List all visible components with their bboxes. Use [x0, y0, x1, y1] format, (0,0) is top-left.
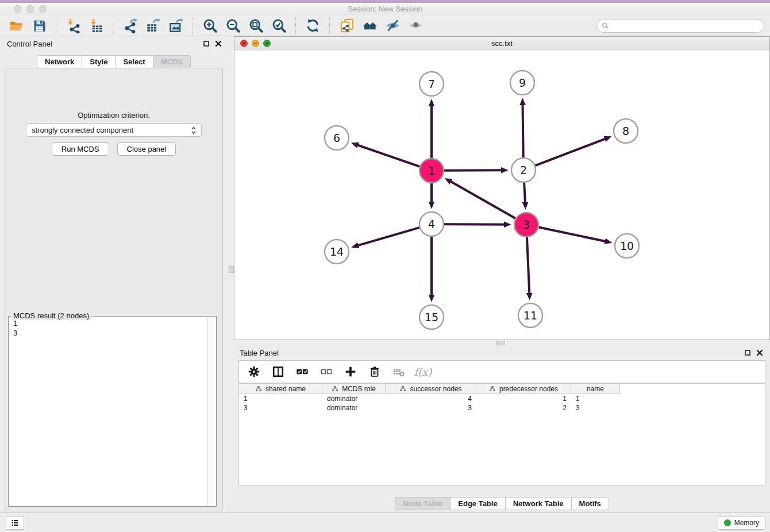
horizontal-splitter[interactable] [234, 340, 770, 345]
graph-node-9[interactable]: 9 [510, 71, 534, 95]
network-maximize-button[interactable]: + [263, 40, 271, 47]
search-input[interactable] [610, 20, 764, 32]
tab-network[interactable]: Network [37, 55, 82, 68]
graph-edge-4-14 [357, 228, 419, 246]
mcds-result-list: 13 [13, 318, 207, 338]
optimization-criterion-select[interactable]: strongly connected component [26, 124, 202, 137]
import-table-button[interactable] [87, 17, 105, 34]
zoom-selected-icon [271, 18, 287, 33]
svg-text:1: 1 [428, 164, 435, 177]
splitter-grip[interactable] [496, 341, 505, 345]
column-header-name[interactable]: name [571, 384, 620, 394]
graph-node-4[interactable]: 4 [419, 212, 444, 236]
zoom-fit-button[interactable] [247, 17, 265, 34]
zoom-selected-button[interactable] [270, 17, 288, 34]
copy-network-button[interactable] [337, 17, 356, 34]
network-view-window: × − + scc.txt 7968124314101511 [234, 36, 770, 340]
column-header-shared-name[interactable]: shared name [239, 384, 322, 394]
close-panel-button[interactable]: Close panel [117, 142, 176, 156]
export-network-button[interactable] [121, 17, 139, 34]
table-row[interactable]: 1dominator411 [239, 394, 765, 403]
node-table: shared nameMCDS rolesuccessor nodesprede… [238, 383, 765, 485]
export-image-button[interactable] [167, 17, 185, 34]
graph-node-11[interactable]: 11 [518, 303, 542, 327]
column-header-label: MCDS role [342, 385, 376, 393]
table-cell: 3 [239, 404, 322, 412]
zoom-in-icon [202, 18, 218, 33]
column-header-MCDS-role[interactable]: MCDS role [322, 384, 386, 394]
deselect-all-button[interactable] [318, 364, 334, 380]
zoom-out-icon [225, 18, 241, 33]
table-cell: 1 [239, 395, 322, 403]
memory-button[interactable]: Memory [718, 516, 765, 530]
mcds-panel-body: Optimization criterion: strongly connect… [5, 68, 223, 511]
table-cell: dominator [322, 404, 386, 412]
columns-button[interactable] [270, 364, 286, 380]
refresh-button[interactable] [303, 17, 322, 34]
save-session-button[interactable] [30, 17, 48, 34]
table-row[interactable]: 3dominator323 [239, 403, 765, 413]
network-window-title: scc.txt [234, 37, 769, 51]
close-panel-icon[interactable] [215, 40, 222, 47]
column-header-successor-nodes[interactable]: successor nodes [386, 384, 476, 394]
float-panel-icon[interactable] [203, 40, 210, 47]
eye-icon [408, 18, 424, 33]
graph-node-1[interactable]: 1 [419, 159, 444, 183]
tab-edge-table[interactable]: Edge Table [450, 497, 505, 510]
result-scrollbar[interactable] [207, 317, 215, 506]
tab-node-table[interactable]: Node Table [395, 497, 451, 510]
import-network-button[interactable] [64, 17, 82, 34]
list-icon [10, 518, 20, 527]
close-panel-icon[interactable] [756, 349, 763, 356]
save-session-icon [32, 18, 47, 33]
vertical-splitter[interactable] [228, 36, 234, 513]
svg-text:14: 14 [330, 245, 344, 258]
task-history-button[interactable] [6, 516, 24, 530]
minimize-window-button[interactable] [26, 5, 34, 13]
close-window-button[interactable] [14, 5, 21, 13]
zoom-window-button[interactable] [39, 5, 47, 13]
export-network-icon [122, 18, 138, 33]
graph-node-15[interactable]: 15 [419, 305, 444, 329]
add-row-button[interactable] [342, 364, 359, 380]
graph-node-14[interactable]: 14 [325, 240, 349, 264]
run-mcds-button[interactable]: Run MCDS [52, 142, 109, 156]
zoom-in-button[interactable] [201, 17, 219, 34]
graph-node-8[interactable]: 8 [614, 119, 638, 143]
graph-node-3[interactable]: 3 [514, 213, 538, 237]
settings-button[interactable] [246, 364, 262, 380]
delete-row-button[interactable] [367, 364, 383, 380]
graph-node-6[interactable]: 6 [325, 126, 349, 150]
zoom-out-button[interactable] [224, 17, 242, 34]
eye-button[interactable] [406, 17, 425, 34]
tab-network-table[interactable]: Network Table [505, 497, 572, 510]
graph-node-10[interactable]: 10 [615, 234, 639, 258]
export-table-button[interactable] [144, 17, 162, 34]
network-canvas[interactable]: 7968124314101511 [234, 51, 769, 340]
tab-style[interactable]: Style [82, 55, 116, 68]
hierarchy-icon [399, 385, 406, 392]
open-session-button[interactable] [7, 17, 25, 34]
float-panel-icon[interactable] [744, 349, 751, 356]
hierarchy-icon [255, 385, 262, 392]
home-icon [362, 18, 378, 33]
table-cell: 3 [386, 404, 476, 412]
graph-node-7[interactable]: 7 [419, 72, 444, 96]
home-button[interactable] [360, 17, 379, 34]
network-close-button[interactable]: × [240, 40, 248, 47]
tab-mcds[interactable]: MCDS [153, 55, 191, 68]
svg-text:8: 8 [622, 125, 629, 137]
window-titlebar: Session: New Session [0, 3, 770, 16]
network-minimize-button[interactable]: − [252, 40, 259, 47]
column-header-predecessor-nodes[interactable]: predecessor nodes [476, 384, 571, 394]
table-header-row: shared nameMCDS rolesuccessor nodesprede… [239, 384, 765, 394]
select-all-button[interactable] [294, 364, 310, 380]
svg-text:7: 7 [428, 78, 435, 90]
tab-motifs[interactable]: Motifs [571, 497, 609, 510]
settings-icon [248, 365, 260, 378]
table-cell: 2 [476, 404, 571, 412]
tab-select[interactable]: Select [115, 55, 153, 68]
eye-slash-button[interactable] [383, 17, 402, 34]
splitter-grip[interactable] [229, 266, 234, 273]
graph-node-2[interactable]: 2 [511, 158, 536, 182]
